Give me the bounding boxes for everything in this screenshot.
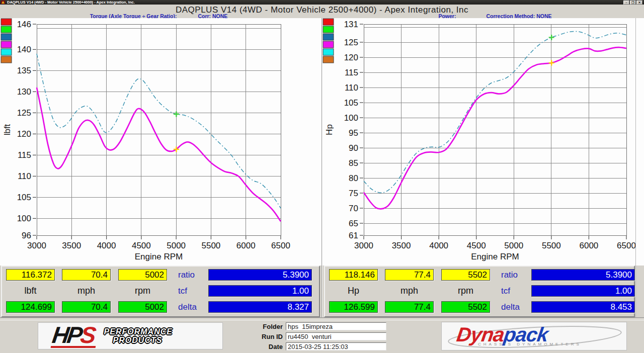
window-right-edge — [635, 18, 636, 317]
hps-logo-s: S — [79, 322, 96, 348]
reference-marker[interactable] — [549, 35, 554, 40]
torque-unit-label: lbft — [6, 285, 55, 296]
dynapack-logo: Dynapack CHASSIS DYNAMOMETERS — [441, 322, 627, 350]
y-tick-label: 100 — [17, 214, 31, 223]
legend-swatch-4[interactable] — [1, 49, 12, 55]
hps-logo-tagline: PERFORMANCE PRODUCTS — [104, 327, 173, 344]
rpm-cursor-value: 5002 — [118, 269, 167, 281]
y-tick-label: 70 — [349, 204, 358, 213]
power-chart-panel[interactable]: 1311251201151101051009590858075706561300… — [322, 18, 644, 266]
torque-readout-panel: 116.372 70.4 5002 ratio 5.3900 lbft mph … — [1, 266, 320, 317]
reference-run-curve — [37, 54, 281, 208]
tcf-value: 1.00 — [531, 285, 635, 297]
speed-cursor-value: 77.4 — [385, 269, 434, 281]
y-axis-title: Hp — [325, 124, 334, 135]
folder-input[interactable] — [286, 322, 386, 330]
x-tick-label: 3000 — [27, 241, 46, 250]
power-readout-panel: 118.146 77.4 5502 ratio 5.3900 Hp mph rp… — [324, 266, 635, 317]
legend-swatch-2[interactable] — [1, 34, 12, 40]
hps-logo-hp: HP — [51, 322, 83, 348]
rpm-unit-label: rpm — [118, 285, 167, 296]
run-id-label: Run ID — [252, 333, 283, 340]
app-icon — [1, 1, 5, 4]
x-tick-label: 6500 — [617, 241, 636, 250]
cursor-marker[interactable] — [549, 60, 554, 66]
y-tick-label: 110 — [345, 83, 358, 93]
y-tick-label: 146 — [17, 20, 31, 29]
y-tick-label: 75 — [349, 189, 358, 198]
rpm-unit-label: rpm — [441, 285, 490, 296]
speed-ref-value: 77.4 — [385, 301, 434, 313]
power-chart[interactable]: 1311251201151101051009590858075706561300… — [322, 18, 644, 266]
plot-frame — [364, 24, 626, 235]
window-titlebar: DAQPLUS V14 (4WD - Motor Vehicle 2500+40… — [0, 0, 644, 5]
minimize-button[interactable]: – — [623, 1, 629, 5]
delta-value: 8.453 — [531, 301, 635, 313]
legend-swatch-5[interactable] — [1, 56, 12, 63]
speed-ref-value: 70.4 — [62, 301, 111, 313]
footer: HPS PERFORMANCE PRODUCTS Folder Run ID D… — [0, 320, 644, 353]
y-tick-label: 96 — [22, 231, 31, 240]
legend-swatch-2[interactable] — [323, 34, 334, 40]
reference-run-curve — [364, 31, 626, 193]
ratio-value: 5.3900 — [531, 269, 635, 281]
x-tick-label: 6000 — [580, 241, 599, 250]
tcf-value: 1.00 — [208, 285, 312, 297]
delta-label: delta — [501, 301, 529, 312]
gridlines — [364, 24, 626, 235]
x-tick-label: 6500 — [271, 241, 290, 250]
x-tick-label: 4500 — [132, 241, 151, 250]
y-tick-label: 85 — [349, 158, 358, 168]
y-tick-label: 105 — [17, 193, 31, 202]
torque-ref-value: 124.699 — [6, 301, 55, 313]
x-tick-label: 3500 — [62, 241, 81, 250]
ratio-label: ratio — [501, 269, 529, 280]
current-run-curve — [37, 87, 281, 221]
y-tick-label: 90 — [349, 143, 358, 153]
x-tick-label: 3000 — [354, 241, 373, 250]
restore-button[interactable]: ❐ — [630, 1, 636, 5]
x-tick-label: 5000 — [167, 241, 186, 250]
torque-chart[interactable]: 1461401351301251201151101051009630003500… — [0, 18, 322, 266]
close-button[interactable]: ✕ — [636, 1, 642, 5]
delta-value: 8.327 — [208, 301, 312, 313]
power-ref-value: 126.599 — [329, 301, 378, 313]
legend-swatch-0[interactable] — [1, 19, 12, 25]
date-input[interactable] — [286, 342, 386, 350]
reference-marker[interactable] — [174, 111, 179, 117]
legend-swatch-4[interactable] — [323, 49, 334, 55]
y-tick-label: 105 — [344, 98, 358, 108]
x-tick-label: 5000 — [504, 241, 523, 250]
tcf-label: tcf — [501, 285, 529, 296]
x-tick-label: 3500 — [392, 241, 411, 250]
window-title: DAQPLUS V14 (4WD - Motor Vehicle 2500+40… — [7, 0, 135, 5]
x-tick-label: 4500 — [467, 241, 486, 250]
y-tick-label: 80 — [349, 173, 358, 183]
y-tick-label: 120 — [17, 129, 31, 139]
legend-swatch-1[interactable] — [323, 26, 334, 33]
rpm-ref-value: 5502 — [441, 301, 490, 313]
run-id-input[interactable] — [286, 332, 386, 340]
torque-chart-panel[interactable]: 1461401351301251201151101051009630003500… — [0, 18, 322, 266]
rpm-ref-value: 5002 — [118, 301, 167, 313]
y-tick-label: 131 — [344, 20, 358, 29]
x-tick-label: 5500 — [202, 241, 221, 250]
legend-swatch-3[interactable] — [1, 41, 12, 48]
y-tick-label: 115 — [18, 150, 31, 160]
y-tick-label: 120 — [344, 53, 358, 62]
legend-swatch-3[interactable] — [323, 41, 334, 48]
x-tick-label: 4000 — [97, 241, 116, 250]
y-tick-label: 140 — [17, 45, 31, 54]
legend-swatch-0[interactable] — [323, 19, 334, 25]
legend-swatch-5[interactable] — [323, 56, 334, 63]
legend-swatch-1[interactable] — [1, 26, 12, 33]
y-tick-label: 125 — [17, 108, 31, 118]
y-tick-label: 125 — [344, 38, 358, 47]
y-tick-label: 65 — [349, 219, 358, 228]
x-tick-label: 5500 — [542, 241, 561, 250]
y-tick-label: 61 — [349, 231, 358, 240]
plot-frame — [37, 24, 281, 235]
folder-label: Folder — [252, 323, 283, 330]
power-cursor-value: 118.146 — [329, 269, 378, 281]
gridlines — [37, 24, 281, 235]
